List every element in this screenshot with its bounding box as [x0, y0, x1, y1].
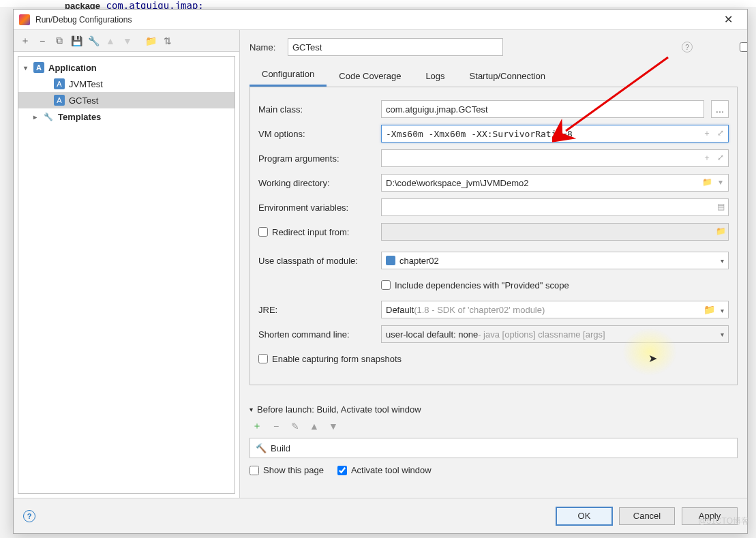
- name-label: Name:: [250, 42, 279, 53]
- tree-label: Application: [48, 63, 97, 73]
- chevron-right-icon: ▸: [33, 113, 43, 121]
- redirect-input-checkbox[interactable]: Redirect input from:: [258, 227, 374, 237]
- cancel-button[interactable]: Cancel: [619, 507, 675, 525]
- before-launch-header[interactable]: ▾ Before launch: Build, Activate tool wi…: [250, 404, 738, 415]
- tab-logs[interactable]: Logs: [413, 65, 457, 87]
- dialog-footer: ? OK Cancel Apply: [14, 498, 747, 533]
- before-launch-toolbar: ＋ − ✎ ▲ ▼: [250, 415, 738, 438]
- program-args-input[interactable]: [381, 149, 729, 167]
- list-icon[interactable]: ▤: [715, 201, 726, 212]
- before-launch-list[interactable]: 🔨 Build: [250, 438, 738, 458]
- activate-window-checkbox[interactable]: Activate tool window: [337, 465, 432, 475]
- enable-capturing-checkbox[interactable]: Enable capturing form snapshots: [258, 354, 402, 364]
- env-vars-label: Environment variables:: [258, 203, 374, 213]
- save-icon[interactable]: 💾: [69, 33, 84, 48]
- tab-configuration[interactable]: Configuration: [250, 63, 327, 87]
- config-toolbar: ＋ − ⧉ 💾 🔧 ▲ ▼ 📁 ⇅: [14, 30, 239, 52]
- chevron-down-icon: ▾: [721, 331, 724, 338]
- working-dir-input[interactable]: [381, 174, 729, 192]
- share-vcs-checkbox[interactable]: Share through VCS: [637, 32, 667, 63]
- allow-parallel-checkbox[interactable]: Allow parallel run: [708, 32, 738, 63]
- before-launch-section: ▾ Before launch: Build, Activate tool wi…: [250, 404, 738, 475]
- expand-icon[interactable]: ⤢: [715, 128, 726, 138]
- right-panel: Name: Share through VCS ? Allow parallel…: [240, 30, 747, 498]
- application-icon: A: [54, 78, 65, 89]
- add-icon[interactable]: ＋: [701, 128, 712, 138]
- remove-icon[interactable]: −: [35, 33, 50, 48]
- browse-main-class-button[interactable]: …: [711, 100, 729, 118]
- vm-options-input[interactable]: [381, 125, 729, 143]
- editor-background: package package com.atguigu.jmap;com.atg…: [0, 0, 756, 7]
- module-icon: [386, 256, 395, 265]
- folder-icon[interactable]: 📁: [143, 33, 158, 48]
- main-class-input[interactable]: [381, 100, 704, 118]
- chevron-down-icon: ▾: [24, 64, 33, 72]
- tree-node-templates[interactable]: ▸ 🔧 Templates: [18, 108, 235, 125]
- titlebar: Run/Debug Configurations ✕: [14, 10, 747, 30]
- expand-icon[interactable]: ⤢: [715, 152, 726, 163]
- vm-options-label: VM options:: [258, 129, 374, 139]
- env-vars-input[interactable]: [381, 198, 729, 216]
- edit-icon[interactable]: ✎: [288, 419, 303, 434]
- down-icon[interactable]: ▼: [120, 33, 135, 48]
- add-icon[interactable]: ＋: [701, 152, 712, 163]
- chevron-down-icon: ▾: [721, 257, 724, 265]
- run-debug-dialog: Run/Debug Configurations ✕ ＋ − ⧉ 💾 🔧 ▲ ▼…: [13, 9, 748, 534]
- working-dir-label: Working directory:: [258, 178, 374, 188]
- dialog-title: Run/Debug Configurations: [35, 15, 714, 25]
- tree-node-application[interactable]: ▾ A Application: [18, 59, 235, 76]
- include-provided-checkbox[interactable]: Include dependencies with "Provided" sco…: [381, 280, 729, 290]
- jre-label: JRE:: [258, 305, 374, 315]
- sort-icon[interactable]: ⇅: [160, 33, 175, 48]
- tab-startup-connection[interactable]: Startup/Connection: [457, 65, 558, 87]
- name-row: Name: Share through VCS ? Allow parallel…: [250, 30, 738, 64]
- combobox-value: chapter02: [399, 256, 439, 266]
- redirect-input-field: [381, 223, 729, 241]
- add-icon[interactable]: ＋: [250, 419, 264, 434]
- folder-icon[interactable]: 📁: [701, 177, 712, 188]
- application-icon: A: [54, 95, 65, 106]
- combobox-value: user-local default: none: [386, 329, 478, 340]
- main-class-label: Main class:: [258, 104, 374, 115]
- up-icon[interactable]: ▲: [307, 419, 322, 434]
- chevron-down-icon[interactable]: ▾: [715, 177, 726, 188]
- add-icon[interactable]: ＋: [18, 33, 33, 48]
- classpath-combobox[interactable]: chapter02 ▾: [381, 252, 729, 269]
- jre-combobox[interactable]: Default (1.8 - SDK of 'chapter02' module…: [381, 301, 729, 318]
- close-icon[interactable]: ✕: [714, 10, 742, 29]
- combobox-hint: (1.8 - SDK of 'chapter02' module): [414, 305, 545, 315]
- watermark: @51CTO博客: [698, 515, 749, 527]
- show-page-checkbox[interactable]: Show this page: [250, 465, 324, 475]
- shorten-combobox[interactable]: user-local default: none - java [options…: [381, 325, 729, 343]
- intellij-icon: [19, 14, 30, 25]
- checkbox-label: Show this page: [263, 465, 324, 475]
- ok-button[interactable]: OK: [556, 507, 612, 525]
- tree-label: GCTest: [69, 95, 98, 106]
- tree-node-gctest[interactable]: A GCTest: [18, 92, 235, 108]
- chevron-down-icon: ▾: [250, 406, 253, 413]
- checkbox-label: Redirect input from:: [272, 227, 349, 237]
- tree-label: Templates: [58, 112, 101, 122]
- tabs: Configuration Code Coverage Logs Startup…: [250, 64, 738, 87]
- name-input[interactable]: [288, 38, 503, 56]
- program-args-label: Program arguments:: [258, 153, 374, 164]
- up-icon[interactable]: ▲: [103, 33, 118, 48]
- tree-label: JVMTest: [69, 79, 103, 89]
- help-icon[interactable]: ?: [23, 510, 35, 522]
- chevron-down-icon: 📁▾: [704, 304, 724, 315]
- section-title: Before launch: Build, Activate tool wind…: [257, 404, 421, 415]
- config-tree[interactable]: ▾ A Application A JVMTest A GCTest ▸ 🔧 T…: [18, 56, 235, 494]
- remove-icon[interactable]: −: [269, 419, 284, 434]
- hammer-icon: 🔨: [256, 443, 267, 453]
- left-panel: ＋ − ⧉ 💾 🔧 ▲ ▼ 📁 ⇅ ▾ A Application A: [14, 30, 240, 498]
- wrench-icon[interactable]: 🔧: [86, 33, 101, 48]
- classpath-label: Use classpath of module:: [258, 256, 374, 266]
- help-icon[interactable]: ?: [682, 42, 693, 53]
- down-icon[interactable]: ▼: [326, 419, 341, 434]
- tree-node-jvmtest[interactable]: A JVMTest: [18, 76, 235, 92]
- tab-code-coverage[interactable]: Code Coverage: [327, 65, 413, 87]
- combobox-value: Default: [386, 305, 414, 315]
- checkbox-label: Activate tool window: [351, 465, 432, 475]
- copy-icon[interactable]: ⧉: [52, 33, 67, 48]
- config-panel: Main class: … VM options: ＋⤢ Program arg…: [250, 87, 738, 385]
